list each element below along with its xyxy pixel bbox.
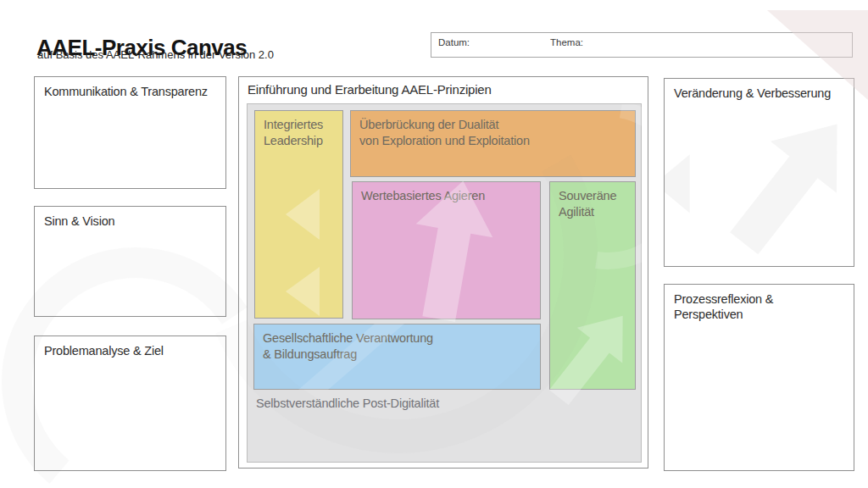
principle-dualitaet-exploration-exploitation: Überbrückung der Dualität von Exploratio… [350, 110, 636, 177]
panel-label: Kommunikation & Transparenz [35, 77, 225, 106]
principle-wertebasiertes-agieren: Wertebasiertes Agieren [352, 181, 541, 319]
principle-label: Gesellschaftliche Verantwortung & Bildun… [254, 324, 540, 368]
principle-label: Überbrückung der Dualität von Exploratio… [351, 111, 635, 154]
panel-aael-prinzipien: Einführung und Erarbeitung AAEL-Prinzipi… [238, 76, 648, 469]
page-subtitle: auf Basis des AAEL-Rahmens in der Versio… [37, 48, 274, 61]
panel-problemanalyse-ziel: Problemanalyse & Ziel [34, 336, 226, 471]
panel-veraenderung-verbesserung: Veränderung & Verbesserung [664, 78, 854, 267]
chevron-watermark [665, 154, 690, 213]
principle-integriertes-leadership: Integriertes Leadership [254, 110, 343, 319]
principles-tray: Integriertes Leadership Überbrückung der… [247, 103, 642, 463]
principle-gesellschaftliche-verantwortung: Gesellschaftliche Verantwortung & Bildun… [253, 324, 541, 390]
panel-label: Veränderung & Verbesserung [665, 79, 854, 108]
aael-praxis-canvas: AAEL-Praxis Canvas auf Basis des AAEL-Ra… [0, 0, 868, 488]
topic-label: Thema: [550, 37, 583, 47]
up-arrow-watermark [711, 98, 854, 266]
panel-sinn-vision: Sinn & Vision [34, 206, 226, 317]
principle-label: Wertebasiertes Agieren [353, 182, 540, 210]
panel-kommunikation-transparenz: Kommunikation & Transparenz [34, 76, 226, 189]
panel-label: Sinn & Vision [35, 207, 225, 236]
date-label: Datum: [438, 37, 470, 47]
panel-label: Problemanalyse & Ziel [35, 336, 225, 365]
principle-label: Souveräne Agilität [550, 182, 635, 225]
principle-label: Integriertes Leadership [255, 111, 342, 154]
panel-label: Prozessreflexion & Perspektiven [665, 285, 854, 329]
meta-box: Datum: Thema: [431, 32, 853, 58]
panel-prozessreflexion-perspektiven: Prozessreflexion & Perspektiven [664, 284, 854, 471]
principle-souveraene-agilitaet: Souveräne Agilität [549, 181, 636, 390]
principle-post-digitalitaet-label: Selbstverständliche Post-Digitalität [256, 396, 439, 410]
center-section-title: Einführung und Erarbeitung AAEL-Prinzipi… [239, 77, 648, 97]
